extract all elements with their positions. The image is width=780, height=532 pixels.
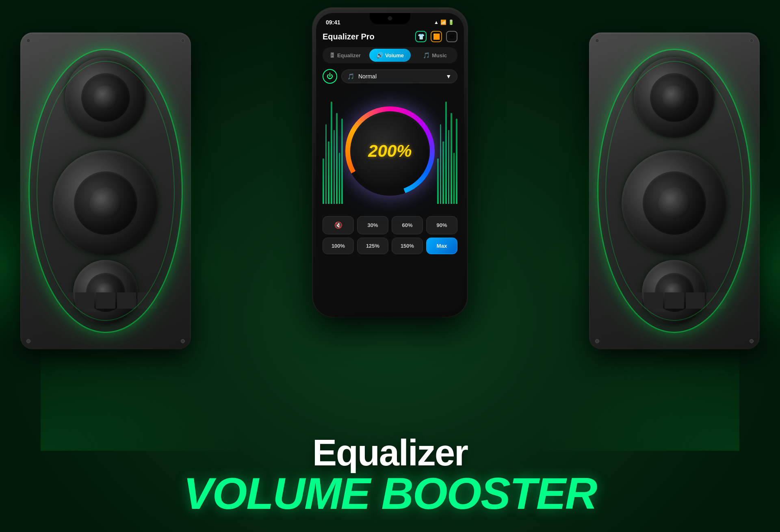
camera-dot <box>388 16 392 20</box>
header-icons: 👕 🟧 ⚙ <box>415 31 457 42</box>
app-header: Equalizer Pro 👕 🟧 ⚙ <box>323 31 457 42</box>
preset-dropdown[interactable]: 🎵 Normal ▼ <box>341 69 457 83</box>
eq-bar <box>440 124 442 204</box>
settings-button[interactable]: ⚙ <box>446 31 457 42</box>
screw-br <box>181 339 185 343</box>
battery-icon: 🔋 <box>448 19 454 25</box>
eq-bar <box>341 119 343 204</box>
vol-60-button[interactable]: 60% <box>392 216 423 234</box>
tab-music-label: Music <box>432 52 447 58</box>
screw-tl-r <box>595 39 599 43</box>
status-time: 09:41 <box>326 19 340 26</box>
eq-bar <box>453 153 455 204</box>
eq-bar <box>456 119 457 204</box>
speaker-left <box>20 32 191 349</box>
wifi-icon: ▲ <box>434 19 439 25</box>
app-content: Equalizer Pro 👕 🟧 ⚙ <box>316 28 464 261</box>
settings-icon: ⚙ <box>449 33 455 40</box>
tab-equalizer-label: Equalizer <box>337 52 361 58</box>
tab-equalizer[interactable]: 🎛 Equalizer <box>324 49 366 62</box>
screw-tr-r <box>750 39 754 43</box>
knob-area: 200% <box>323 90 457 212</box>
vol-30-button[interactable]: 30% <box>357 216 388 234</box>
tab-bar: 🎛 Equalizer 🔊 Volume 🎵 Music <box>323 47 457 63</box>
controls-row: ⏻ 🎵 Normal ▼ <box>323 69 457 84</box>
status-icons: ▲ 📶 🔋 <box>434 19 454 25</box>
eq-bars-left <box>323 90 343 212</box>
screw-bl <box>26 339 30 343</box>
volume-tab-icon: 🔊 <box>376 52 383 58</box>
eq-bar <box>451 113 452 204</box>
vol-150-label: 150% <box>401 243 414 249</box>
eq-bar <box>437 158 439 204</box>
phone-notch <box>370 13 410 24</box>
palette-icon: 🟧 <box>433 33 440 40</box>
equalizer-tab-icon: 🎛 <box>329 52 335 58</box>
screw-tr <box>181 39 185 43</box>
screw-tl <box>26 39 30 43</box>
speaker-glow2-right <box>605 61 743 321</box>
vol-max-button[interactable]: Max <box>426 238 457 254</box>
title-booster: VOLUME BOOSTER <box>0 471 780 516</box>
vol-max-label: Max <box>437 243 447 249</box>
bottom-text: Equalizer VOLUME BOOSTER <box>0 435 780 516</box>
phone-frame: 09:41 ▲ 📶 🔋 Equalizer Pro 👕 <box>313 8 467 317</box>
vol-100-label: 100% <box>332 243 345 249</box>
speaker-glow2-left <box>37 61 175 321</box>
volume-buttons-row1: 🔇 30% 60% 90% <box>323 216 457 234</box>
mute-button[interactable]: 🔇 <box>323 216 354 234</box>
eq-bar <box>323 158 324 204</box>
volume-knob[interactable]: 200% <box>345 106 435 196</box>
preset-label: Normal <box>358 73 377 80</box>
eq-bar <box>448 130 450 204</box>
knob-inner: 200% <box>350 111 430 191</box>
tab-volume[interactable]: 🔊 Volume <box>369 49 411 62</box>
tab-volume-label: Volume <box>385 52 404 58</box>
vol-90-button[interactable]: 90% <box>426 216 457 234</box>
speaker-right <box>589 32 760 349</box>
vol-150-button[interactable]: 150% <box>392 238 423 254</box>
palette-button[interactable]: 🟧 <box>431 31 442 42</box>
phone-container: 09:41 ▲ 📶 🔋 Equalizer Pro 👕 <box>313 8 467 317</box>
eq-bars-right <box>437 90 457 212</box>
phone-screen: 09:41 ▲ 📶 🔋 Equalizer Pro 👕 <box>316 13 464 312</box>
theme-icon: 👕 <box>418 33 425 40</box>
eq-bar <box>445 102 447 204</box>
tab-music[interactable]: 🎵 Music <box>414 49 456 62</box>
vol-90-label: 90% <box>436 222 447 228</box>
eq-bar <box>442 141 444 204</box>
volume-buttons-row2: 100% 125% 150% Max <box>323 238 457 254</box>
screw-br-r <box>750 339 754 343</box>
eq-bar <box>331 102 332 204</box>
eq-bar <box>334 130 335 204</box>
title-equalizer: Equalizer <box>0 435 780 471</box>
power-button[interactable]: ⏻ <box>323 69 337 84</box>
vol-60-label: 60% <box>402 222 412 228</box>
vol-125-button[interactable]: 125% <box>357 238 388 254</box>
music-tab-icon: 🎵 <box>423 52 430 58</box>
eq-bar <box>325 124 327 204</box>
vol-30-label: 30% <box>367 222 378 228</box>
vol-100-button[interactable]: 100% <box>323 238 354 254</box>
theme-button[interactable]: 👕 <box>415 31 427 42</box>
eq-bar <box>328 141 329 204</box>
vol-125-label: 125% <box>366 243 379 249</box>
signal-icon: 📶 <box>440 19 446 25</box>
chevron-down-icon: ▼ <box>446 73 451 80</box>
screw-bl-r <box>595 339 599 343</box>
knob-wrapper: 200% <box>345 106 435 196</box>
volume-percent: 200% <box>368 141 412 161</box>
mute-icon: 🔇 <box>334 221 342 229</box>
eq-bar <box>336 113 338 204</box>
eq-bar <box>339 153 340 204</box>
app-title: Equalizer Pro <box>323 32 375 41</box>
preset-icon: 🎵 <box>347 73 354 80</box>
